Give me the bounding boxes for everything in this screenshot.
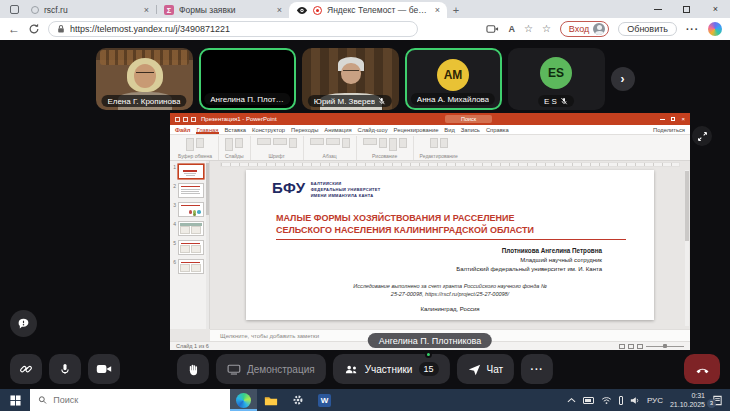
chat-button[interactable]: Чат bbox=[456, 354, 514, 384]
ribbon-group-paragraph[interactable]: Абзац bbox=[304, 136, 357, 160]
new-tab-button[interactable]: + bbox=[447, 4, 465, 16]
battery-icon[interactable] bbox=[583, 397, 594, 404]
restore-button[interactable] bbox=[672, 0, 701, 18]
close-icon[interactable]: × bbox=[277, 6, 282, 15]
date: 21.10.2025 bbox=[670, 401, 705, 408]
slide-thumbnail-1[interactable]: 1 bbox=[172, 164, 205, 179]
favorites-star-icon[interactable]: ☆ bbox=[524, 24, 533, 34]
camera-button[interactable] bbox=[88, 354, 120, 384]
tab-record[interactable]: Запись bbox=[461, 127, 480, 133]
raise-hand-button[interactable] bbox=[177, 354, 209, 384]
next-participants-button[interactable]: › bbox=[611, 67, 635, 91]
collections-icon[interactable]: ☆ bbox=[542, 24, 551, 34]
tab-review[interactable]: Рецензирование bbox=[394, 127, 439, 133]
presence-dot bbox=[424, 351, 431, 358]
search-input[interactable] bbox=[53, 395, 222, 405]
feedback-button[interactable] bbox=[10, 310, 37, 337]
tab-file[interactable]: Файл bbox=[175, 127, 190, 133]
clock[interactable]: 0:31 21.10.2025 bbox=[670, 391, 705, 409]
usb-device-icon[interactable] bbox=[619, 396, 623, 405]
expand-share-button[interactable] bbox=[692, 126, 712, 146]
slide-1[interactable]: БФУ БАЛТИЙСКИЙ ФЕДЕРАЛЬНЫЙ УНИВЕРСИТЕТ И… bbox=[246, 170, 654, 320]
participants-button[interactable]: Участники 15 bbox=[333, 354, 450, 384]
tab-title: Формы заявки bbox=[179, 5, 272, 15]
slide-logo-block: БФУ БАЛТИЙСКИЙ ФЕДЕРАЛЬНЫЙ УНИВЕРСИТЕТ И… bbox=[246, 170, 654, 199]
minimize-button[interactable] bbox=[643, 0, 672, 18]
restore-icon[interactable] bbox=[671, 117, 675, 121]
tab-insert[interactable]: Вставка bbox=[225, 127, 247, 133]
taskbar-edge[interactable] bbox=[230, 389, 257, 411]
close-window-button[interactable]: × bbox=[701, 0, 730, 18]
view-controls[interactable] bbox=[619, 344, 684, 349]
taskbar-search[interactable] bbox=[30, 389, 230, 411]
browser-menu-icon[interactable]: ··· bbox=[686, 24, 699, 35]
tab-rscf[interactable]: rscf.ru × bbox=[24, 2, 156, 18]
microphone-button[interactable] bbox=[49, 354, 81, 384]
speaker-icon[interactable] bbox=[630, 396, 640, 405]
tab-telemost-active[interactable]: Яндекс Телемост — беспла… × bbox=[289, 2, 447, 18]
tab-animations[interactable]: Анимация bbox=[324, 127, 351, 133]
ppt-search-box[interactable]: Поиск bbox=[445, 115, 492, 123]
tab-transitions[interactable]: Переходы bbox=[291, 127, 318, 133]
tab-home[interactable]: Главная bbox=[196, 125, 218, 134]
start-button[interactable] bbox=[0, 389, 30, 411]
taskbar-explorer[interactable] bbox=[257, 389, 284, 411]
participant-tile-mikhailova[interactable]: AM Анна А. Михайлова bbox=[405, 48, 502, 110]
taskbar-settings[interactable] bbox=[284, 389, 311, 411]
close-icon: × bbox=[713, 4, 718, 14]
ribbon-group-slides[interactable]: Слайды bbox=[219, 136, 251, 160]
close-icon[interactable]: × bbox=[144, 6, 149, 15]
slide-thumbnail-5[interactable]: 5 bbox=[172, 240, 205, 255]
copy-link-button[interactable] bbox=[10, 354, 42, 384]
more-options-button[interactable]: ··· bbox=[521, 354, 553, 384]
video-call-icon[interactable] bbox=[486, 24, 499, 34]
slide-thumbnail-3[interactable]: 3 bbox=[172, 202, 205, 217]
tab-slideshow[interactable]: Слайд-шоу bbox=[358, 127, 388, 133]
minimize-icon[interactable] bbox=[660, 119, 665, 120]
refresh-button[interactable] bbox=[28, 23, 40, 35]
ribbon-group-font[interactable]: Шрифт bbox=[251, 136, 304, 160]
participant-tile-plotnikova[interactable]: Ангелина П. Плотнико… bbox=[199, 48, 296, 110]
tab-actions-button[interactable] bbox=[4, 2, 24, 17]
participant-tile-zverev[interactable]: Юрий М. Зверев bbox=[302, 48, 399, 110]
ribbon-group-drawing[interactable]: Рисование bbox=[357, 136, 414, 160]
ribbon-group-editing[interactable]: Редактирование bbox=[414, 136, 464, 160]
toolbar-right: A ☆ ☆ Вход Обновить ··· bbox=[486, 21, 722, 37]
tab-design[interactable]: Конструктор bbox=[252, 127, 285, 133]
participants-count-badge: 15 bbox=[418, 362, 438, 376]
tab-forms[interactable]: Σ Формы заявки × bbox=[157, 2, 289, 18]
vertical-tabs-icon bbox=[10, 5, 19, 14]
update-browser-button[interactable]: Обновить bbox=[618, 22, 677, 36]
back-button[interactable]: ← bbox=[8, 23, 20, 35]
notification-center[interactable]: 3 bbox=[712, 395, 723, 406]
thumbnail-scrollbar[interactable] bbox=[206, 161, 209, 329]
share-button[interactable]: Поделиться bbox=[653, 127, 685, 133]
tab-view[interactable]: Вид bbox=[444, 127, 455, 133]
screen-share-label: Демонстрация bbox=[247, 364, 315, 375]
copilot-icon[interactable] bbox=[708, 22, 722, 36]
canvas-scrollbar[interactable] bbox=[685, 170, 689, 326]
slide-thumbnail-4[interactable]: 4 bbox=[172, 221, 205, 236]
read-aloud-icon[interactable]: A bbox=[508, 24, 515, 34]
close-icon[interactable]: × bbox=[681, 116, 685, 122]
signin-button[interactable]: Вход bbox=[560, 21, 609, 37]
slide-thumbnail-6[interactable]: 6 bbox=[172, 259, 205, 274]
word-icon: W bbox=[318, 394, 331, 407]
end-call-button[interactable] bbox=[684, 354, 720, 384]
zoom-slider[interactable] bbox=[646, 346, 684, 347]
tab-help[interactable]: Справка bbox=[486, 127, 509, 133]
wifi-icon[interactable] bbox=[601, 396, 612, 405]
profile-avatar bbox=[593, 23, 605, 35]
address-bar[interactable]: https://telemost.yandex.ru/j/3490871221 bbox=[48, 21, 418, 37]
slide-thumbnail-2[interactable]: 2 bbox=[172, 183, 205, 198]
windows-taskbar: W РУС 0:31 21.10.2025 3 bbox=[0, 389, 730, 411]
ribbon-group-clipboard[interactable]: Буфер обмена bbox=[172, 136, 219, 160]
chevron-up-icon[interactable] bbox=[567, 397, 576, 403]
language-indicator[interactable]: РУС bbox=[647, 396, 663, 405]
mic-muted-icon bbox=[560, 97, 568, 105]
close-icon[interactable]: × bbox=[435, 6, 440, 15]
participant-tile-es[interactable]: ES E S bbox=[508, 48, 605, 110]
taskbar-word[interactable]: W bbox=[311, 389, 338, 411]
participant-tile-kropinova[interactable]: Елена Г. Кропинова bbox=[96, 48, 193, 110]
screen-share-button[interactable]: Демонстрация bbox=[216, 354, 326, 384]
